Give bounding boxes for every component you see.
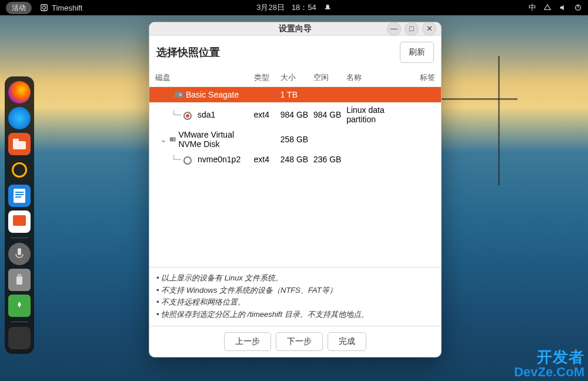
cell-size: 248 GB <box>278 153 311 165</box>
activities-button[interactable]: 活动 <box>6 2 32 14</box>
time-label: 18：54 <box>292 2 316 13</box>
app-indicator-timeshift[interactable]: Timeshift <box>40 4 82 12</box>
cell-label <box>415 138 437 141</box>
svg-rect-11 <box>16 276 22 285</box>
expand-toggle[interactable]: ⌄ <box>155 135 167 144</box>
partition-label: nvme0n1p2 <box>198 155 240 164</box>
svg-rect-6 <box>14 189 25 203</box>
disk-label: Basic Seagate <box>186 90 239 99</box>
notes-panel: 以上显示的设备有 Linux 文件系统。不支持 Windows 文件系统的设备（… <box>149 267 441 326</box>
volume-icon[interactable] <box>559 4 567 12</box>
cell-size: 1 TB <box>278 89 311 101</box>
refresh-button[interactable]: 刷新 <box>400 42 434 63</box>
cell-free <box>311 93 344 96</box>
dock-separator-2 <box>11 322 28 322</box>
dock-libreoffice-writer[interactable] <box>8 185 31 207</box>
note-line: 不支持远程和网络位置。 <box>156 296 434 309</box>
maximize-button[interactable]: □ <box>405 22 419 36</box>
dock-files[interactable] <box>8 133 31 155</box>
svg-rect-10 <box>18 248 21 255</box>
note-line: 不支持 Windows 文件系统的设备（NTFS、FAT等） <box>156 285 434 297</box>
snapshot-location-table: 磁盘 类型 大小 空闲 名称 标签 ⌄ Basic Seagate1 TB└─s… <box>149 69 441 267</box>
tree-branch: └─ <box>155 110 181 119</box>
partition-label: sda1 <box>198 110 215 119</box>
partition-row[interactable]: └─sda1ext4984 GB984 GBLinux data partiti… <box>149 102 441 127</box>
svg-rect-0 <box>41 5 48 11</box>
cell-name <box>344 138 415 141</box>
svg-rect-4 <box>13 141 26 149</box>
harddisk-icon <box>174 90 183 99</box>
dock-show-apps[interactable] <box>8 327 31 349</box>
svg-point-14 <box>179 93 182 96</box>
minimize-button[interactable]: — <box>387 22 401 36</box>
dock-microphone[interactable] <box>8 243 31 265</box>
cell-size: 258 GB <box>278 133 311 145</box>
svg-rect-8 <box>15 194 24 195</box>
dock <box>5 76 34 354</box>
cell-size: 984 GB <box>278 109 311 121</box>
power-icon[interactable] <box>574 4 582 12</box>
note-line: 快照保存到选定分区上的 /timeeshift 目录。不支持其他地点。 <box>156 309 434 321</box>
table-header: 磁盘 类型 大小 空闲 名称 标签 <box>149 69 441 87</box>
window-title: 设置向导 <box>279 24 312 34</box>
col-name[interactable]: 名称 <box>344 71 415 84</box>
dock-rhythmbox[interactable] <box>8 159 31 181</box>
col-disk[interactable]: 磁盘 <box>153 71 252 84</box>
svg-rect-9 <box>15 196 21 198</box>
finish-button[interactable]: 完成 <box>328 332 366 351</box>
cell-type <box>252 138 278 141</box>
setup-wizard-window: 设置向导 — □ ✕ 选择快照位置 刷新 磁盘 类型 大小 空闲 名称 标签 ⌄… <box>149 22 442 357</box>
watermark: 开发者 DevZe.CoM <box>514 349 584 379</box>
document-icon <box>14 189 25 203</box>
mic-icon <box>15 248 24 260</box>
cell-free: 236 GB <box>311 153 344 165</box>
cell-free <box>311 138 344 141</box>
partition-row[interactable]: └─nvme0n1p2ext4248 GB236 GB <box>149 152 441 167</box>
watermark-line1: 开发者 <box>514 349 584 365</box>
dock-trash[interactable] <box>8 295 31 317</box>
svg-point-16 <box>173 138 175 141</box>
note-line: 以上显示的设备有 Linux 文件系统。 <box>156 272 434 285</box>
cell-label <box>415 113 437 116</box>
col-free[interactable]: 空闲 <box>311 71 344 84</box>
prev-button[interactable]: 上一步 <box>224 332 271 351</box>
dock-thunderbird[interactable] <box>8 107 31 129</box>
disk-row[interactable]: ⌄ Basic Seagate1 TB <box>149 87 441 102</box>
table-body[interactable]: ⌄ Basic Seagate1 TB└─sda1ext4984 GB984 G… <box>149 87 441 267</box>
dock-removable-drive[interactable] <box>8 269 31 291</box>
col-label[interactable]: 标签 <box>415 71 437 84</box>
disk-label: VMware Virtual NVMe Disk <box>178 130 249 149</box>
titlebar[interactable]: 设置向导 — □ ✕ <box>149 22 441 36</box>
disk-row[interactable]: ⌄ VMware Virtual NVMe Disk258 GB <box>149 127 441 152</box>
clock-area[interactable]: 3月28日 18：54 <box>256 2 332 13</box>
expand-toggle[interactable]: ⌄ <box>155 90 172 99</box>
dock-ubuntu-software[interactable] <box>8 210 31 233</box>
partition-radio[interactable] <box>183 156 192 165</box>
wizard-footer: 上一步 下一步 完成 <box>149 326 441 357</box>
watermark-line2: DevZe.CoM <box>514 365 584 379</box>
cell-name: Linux data partition <box>344 104 415 125</box>
col-size[interactable]: 大小 <box>278 71 311 84</box>
usb-icon <box>15 274 24 286</box>
folder-icon <box>13 139 26 149</box>
dock-firefox[interactable] <box>8 81 31 103</box>
cell-free: 984 GB <box>311 109 344 121</box>
svg-rect-12 <box>18 274 21 277</box>
svg-rect-5 <box>13 139 19 142</box>
notification-bell-icon <box>323 4 332 12</box>
cell-type: ext4 <box>252 109 278 121</box>
network-icon[interactable] <box>543 4 552 12</box>
top-panel: 活动 Timeshift 3月28日 18：54 中 <box>0 0 588 15</box>
harddisk-icon <box>169 135 176 144</box>
svg-point-1 <box>42 6 45 9</box>
dock-separator <box>11 238 28 238</box>
partition-radio[interactable] <box>183 112 192 120</box>
svg-rect-7 <box>15 192 24 193</box>
next-button[interactable]: 下一步 <box>276 332 323 351</box>
input-method-indicator[interactable]: 中 <box>529 2 536 13</box>
cell-name <box>344 158 415 161</box>
col-type[interactable]: 类型 <box>252 71 278 84</box>
app-indicator-label: Timeshift <box>52 4 82 12</box>
close-button[interactable]: ✕ <box>422 22 436 36</box>
cell-type <box>252 93 278 96</box>
